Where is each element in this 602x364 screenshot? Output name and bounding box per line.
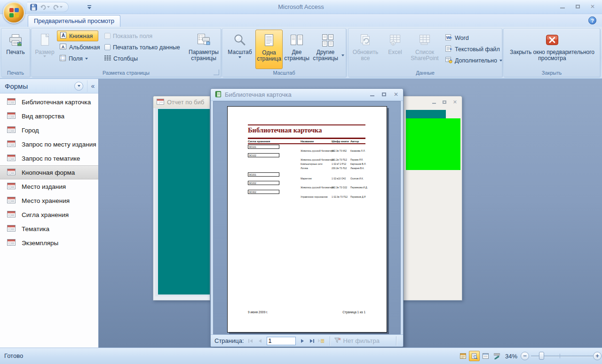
refresh-all-button[interactable]: Обновить все (351, 30, 380, 69)
print-preview-view-icon[interactable] (469, 351, 480, 361)
margins-icon (59, 54, 66, 63)
sidebar-item-library-card[interactable]: Библиотечная карточка (0, 95, 98, 109)
sidebar-item-label: Запрос по месту издания (22, 141, 96, 148)
two-pages-button[interactable]: Две страницы (284, 30, 310, 69)
previous-page-icon[interactable] (256, 337, 264, 345)
report-cell-code: 1 02 в7.2 Р12 (332, 163, 346, 165)
ribbon-group-label: Данные (349, 70, 502, 76)
export-text-file-button[interactable]: Текстовый файл (443, 44, 502, 54)
first-page-icon[interactable] (246, 337, 255, 345)
report-cell-author: Казакова Л.Л. (350, 149, 365, 152)
report-cell-code: 231.2в 73 П12 (332, 158, 347, 161)
nav-pane-collapse-button[interactable]: « (87, 80, 98, 92)
export-excel-button[interactable]: x Excel (382, 30, 408, 69)
zoom-slider-thumb[interactable] (539, 352, 544, 360)
show-margins-checkbox[interactable]: Показать поля (102, 31, 155, 41)
paper-size-button[interactable]: Размер (34, 30, 55, 68)
sharepoint-list-button[interactable]: Список SharePoint (409, 30, 441, 69)
columns-button[interactable]: Столбцы (102, 53, 140, 64)
export-word-button[interactable]: W Word (443, 32, 471, 43)
print-button-label: Печать (6, 49, 24, 55)
layout-view-icon[interactable] (480, 351, 491, 361)
export-word-label: Word (455, 35, 469, 41)
close-icon[interactable]: ✕ (586, 2, 599, 11)
report-page[interactable]: Библиотечная карточка Сигла хранения Наз… (227, 106, 387, 333)
report-column-header: Шифр книги (332, 140, 349, 143)
minimize-icon[interactable] (432, 99, 436, 105)
chevron-down-icon (238, 56, 241, 58)
paper-size-label: Размер (35, 49, 54, 55)
text-file-icon (445, 45, 452, 54)
close-icon[interactable]: ✕ (394, 91, 398, 98)
page-setup-icon (197, 31, 211, 48)
background-window-form[interactable]: ✕ (394, 96, 462, 301)
report-column-header: Название (301, 140, 314, 143)
office-orb-icon[interactable] (3, 1, 25, 23)
sidebar-item-city[interactable]: Город (0, 123, 98, 137)
page-nav-label: Страница: (214, 337, 244, 344)
sidebar-item-subject[interactable]: Тематика (0, 222, 98, 236)
more-pages-button[interactable]: Другие страницы (311, 30, 345, 69)
close-print-preview-button[interactable]: Закрыть окно предварительного просмотра (506, 30, 598, 69)
zoom-button[interactable]: Масштаб (225, 30, 254, 69)
sidebar-item-authorship[interactable]: Вид авторства (0, 109, 98, 123)
report-sigla-box: ЭО202 (248, 181, 279, 185)
report-view-icon[interactable] (458, 351, 468, 361)
report-column-header: Автор (350, 140, 359, 143)
report-cell-name: Компьютерные сети (301, 163, 323, 165)
next-page-icon[interactable] (298, 337, 307, 345)
design-view-icon[interactable] (491, 351, 502, 361)
last-page-icon[interactable] (308, 337, 316, 345)
sidebar-item-switchboard[interactable]: Кнопочная форма (0, 165, 98, 179)
landscape-icon: A (59, 43, 67, 51)
zoom-out-icon[interactable]: − (521, 352, 529, 360)
report-rule (248, 143, 365, 144)
sidebar-item-storage-place[interactable]: Место хранения (0, 194, 98, 208)
minimize-icon[interactable] (370, 91, 374, 98)
status-text: Готово (4, 352, 23, 359)
portrait-button[interactable]: A Книжная (57, 31, 98, 41)
one-page-button[interactable]: Одна страница (255, 30, 283, 69)
sidebar-item-sigla[interactable]: Сигла хранения (0, 208, 98, 222)
one-page-icon (263, 32, 275, 49)
window-titlebar: Microsoft Access ✕ (0, 0, 602, 14)
sidebar-item-copies[interactable]: Экземпляры (0, 236, 98, 250)
report-icon (214, 91, 222, 99)
print-button[interactable]: Печать (3, 30, 28, 68)
report-cell-author: Осипов И.К. (350, 177, 364, 180)
sidebar-item-pub-place[interactable]: Место издания (0, 179, 98, 194)
preview-canvas[interactable]: Библиотечная карточка Сигла хранения Наз… (213, 101, 401, 334)
report-column-header: Сигла хранения (248, 140, 270, 143)
close-icon[interactable]: ✕ (453, 99, 457, 105)
page-setup-button[interactable]: Параметры страницы (189, 30, 219, 68)
tab-print-preview[interactable]: Предварительный просмотр (28, 15, 120, 27)
sidebar-item-query-subject[interactable]: Запрос по тематике (0, 151, 98, 165)
filter-funnel-icon[interactable] (334, 337, 341, 345)
ribbon-group-page-layout: Размер A Книжная A Альбомная Поля Показа… (31, 28, 221, 77)
form-icon (7, 239, 16, 247)
restore-icon[interactable] (571, 2, 584, 11)
landscape-button[interactable]: A Альбомная (57, 42, 101, 53)
print-data-only-checkbox[interactable]: Печатать только данные (102, 42, 182, 53)
word-icon: W (445, 34, 452, 42)
help-icon[interactable]: ? (588, 16, 596, 24)
maximize-icon[interactable] (382, 91, 386, 98)
restore-icon[interactable] (443, 99, 446, 105)
new-record-icon[interactable] (317, 337, 325, 345)
sidebar-item-query-place[interactable]: Запрос по месту издания (0, 137, 98, 151)
zoom-in-icon[interactable]: + (593, 352, 602, 360)
export-more-label: Дополнительно (455, 57, 497, 64)
export-more-icon (445, 56, 452, 65)
nav-pane-menu-button[interactable] (74, 82, 83, 91)
workspace: Отчет по биб ✕ Библиотечная карточка (99, 79, 602, 348)
background-window-report[interactable]: Отчет по биб (153, 96, 210, 301)
page-number-input[interactable] (267, 337, 296, 345)
navigation-pane-title: Формы (5, 82, 74, 90)
margins-button[interactable]: Поля (57, 53, 90, 64)
export-more-button[interactable]: Дополнительно (443, 55, 505, 66)
refresh-all-label: Обновить все (351, 49, 380, 62)
form-icon (7, 183, 16, 191)
svg-text:A: A (62, 45, 65, 49)
sidebar-item-label: Запрос по тематике (22, 155, 80, 162)
minimize-icon[interactable] (556, 2, 569, 11)
